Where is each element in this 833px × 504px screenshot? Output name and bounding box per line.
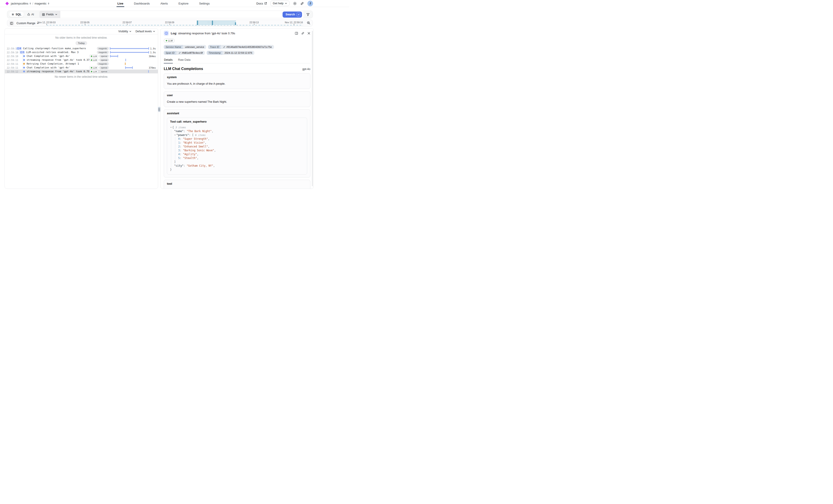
- nav-item-dashboards[interactable]: Dashboards: [134, 0, 150, 7]
- log-list-header: Visibility Default levels: [5, 28, 158, 34]
- filter-button[interactable]: [303, 11, 313, 18]
- no-newer-notice: No newer items in the selected time wind…: [5, 73, 158, 79]
- collapse-toggle[interactable]: 6: [17, 47, 22, 50]
- query-modes: SQL AI: [7, 11, 38, 18]
- fields-button[interactable]: Fields: [39, 11, 60, 18]
- theme-toggle-button[interactable]: [293, 2, 297, 5]
- collapse-caret-icon[interactable]: [170, 126, 172, 128]
- share-link-button[interactable]: [300, 2, 304, 5]
- row-message: streaming response from 'gpt-4o' took 0.…: [27, 58, 91, 62]
- timeline-tick-label: 22:59:13: [249, 21, 259, 24]
- timeline-tick-mark: [294, 24, 294, 25]
- span-diamond-icon: [23, 55, 25, 57]
- nav-item-alerts[interactable]: Alerts: [160, 0, 168, 7]
- log-row[interactable]: 22:59:11streaming response from 'gpt-4o'…: [5, 58, 158, 62]
- query-toolbar: SQL AI Fields Search: [7, 10, 313, 18]
- timeline: Custom Range Nov 12, 22:59:0322:59:0522:…: [7, 20, 313, 26]
- log-row[interactable]: 22:59:10Chat Completion with 'gpt-4o'LLM…: [5, 54, 158, 58]
- message-card-tool: tool1 validation error for Superhero nam…: [164, 180, 310, 189]
- levels-dropdown[interactable]: Default levels: [136, 30, 155, 33]
- chevron-down-icon: [153, 30, 155, 32]
- tag-badge: magentic: [97, 51, 109, 54]
- json-line: "city": "Gotham City, NY",: [174, 164, 304, 168]
- json-line: ]: [174, 160, 304, 164]
- llm-status-dot: [91, 55, 92, 57]
- timeline-histogram-bar: [212, 21, 213, 25]
- tab-raw-data[interactable]: Raw Data: [178, 58, 191, 63]
- section-title: LLM Chat Completions: [164, 67, 203, 71]
- timeline-track[interactable]: Nov 12, 22:59:0322:59:0522:59:0722:59:09…: [7, 20, 313, 26]
- collapse-caret-icon[interactable]: [174, 134, 176, 136]
- log-row[interactable]: 22:59:105LLM-assisted retries enabled. M…: [5, 50, 158, 54]
- llm-tag-badge: LLM: [164, 39, 174, 43]
- tag-badge: openai: [99, 58, 109, 62]
- user-avatar[interactable]: J: [307, 1, 313, 6]
- row-message: Calling chatprompt-function make_superhe…: [23, 47, 86, 50]
- tool-call-card: Tool call: return_superhero{ 3 items"nam…: [167, 118, 307, 174]
- span-instant-tick: [125, 63, 125, 65]
- tag-badge: openai: [99, 55, 109, 57]
- visibility-dropdown[interactable]: Visibility: [118, 30, 132, 33]
- collapse-toggle[interactable]: 5: [20, 51, 25, 54]
- row-timestamp: 22:59:12: [5, 70, 16, 73]
- nav-item-settings[interactable]: Settings: [199, 0, 210, 7]
- query-input[interactable]: [63, 13, 283, 16]
- tab-details[interactable]: Details: [164, 58, 173, 63]
- row-timestamp: 22:59:11: [5, 59, 16, 62]
- llm-status-dot: [91, 67, 92, 68]
- project-selector[interactable]: magentic: [34, 2, 49, 5]
- robot-icon: [27, 13, 30, 16]
- timeline-tick-label: Nov 12, 22:59:03: [38, 21, 55, 24]
- span-diamond-icon: [23, 59, 25, 61]
- table-grid-icon: [42, 13, 45, 16]
- funnel-icon: [306, 13, 310, 16]
- tag-badge: magentic: [97, 62, 109, 65]
- row-message: streaming response from 'gpt-4o' took 0.…: [27, 70, 91, 73]
- log-row[interactable]: 22:59:11Retrying Chat Completion. Attemp…: [5, 62, 158, 66]
- sql-mode-button[interactable]: SQL: [9, 12, 24, 17]
- search-button[interactable]: Search: [283, 11, 302, 18]
- detail-tabs: Details Raw Data: [164, 58, 310, 64]
- meta-span-id: Span ID#fd81e8f78c4ecc9f: [164, 51, 205, 55]
- log-row[interactable]: 22:59:11Chat Completion with 'gpt-4o'LLM…: [5, 66, 158, 70]
- row-message: Retrying Chat Completion. Attempt 1: [27, 62, 79, 65]
- main-content: Visibility Default levels No older items…: [4, 28, 314, 189]
- message-role: system: [167, 76, 307, 79]
- span-duration-bar: [125, 67, 133, 68]
- org-selector[interactable]: jackmpcollins: [11, 2, 31, 5]
- message-role: user: [167, 94, 307, 97]
- meta-timestamp: Timestamp2024-11-12 22:59:12.876: [207, 51, 254, 55]
- span-instant-tick: [125, 59, 126, 61]
- row-timestamp: 22:59:11: [5, 63, 16, 65]
- get-help-button[interactable]: Get help: [270, 1, 290, 6]
- tag-badge: magentic: [97, 47, 109, 50]
- row-message: LLM-assisted retries enabled. Max 3: [26, 51, 79, 54]
- json-line: "powers": [ 6 items: [174, 133, 304, 137]
- link-icon: [223, 46, 225, 48]
- message-card-system: systemYou are professor A, in charge of …: [164, 73, 310, 89]
- log-row[interactable]: 22:59:106Calling chatprompt-function mak…: [5, 47, 158, 50]
- ai-mode-button[interactable]: AI: [26, 12, 35, 17]
- info-icon: [164, 31, 169, 36]
- meta-value[interactable]: #fd81e8f78c4ecc9f: [176, 51, 205, 55]
- timeline-selection-brush[interactable]: [197, 21, 236, 25]
- zoom-in-button[interactable]: [307, 21, 311, 25]
- header-actions: Docs Get help J: [256, 1, 349, 6]
- open-in-view-button[interactable]: [295, 32, 298, 35]
- json-children: "name": "The Bark Night","powers": [ 6 i…: [171, 129, 304, 168]
- detail-panel: Log:streaming response from 'gpt-4o' too…: [160, 28, 314, 189]
- log-row[interactable]: 22:59:12streaming response from 'gpt-4o'…: [5, 70, 158, 73]
- llm-status-dot: [166, 40, 167, 41]
- nav-item-live[interactable]: Live: [117, 0, 123, 7]
- scrollbar[interactable]: [312, 31, 313, 186]
- nav-item-explore[interactable]: Explore: [178, 0, 188, 7]
- docs-link[interactable]: Docs: [256, 2, 267, 5]
- copy-link-button[interactable]: [301, 32, 305, 35]
- row-duration: 1.9s: [150, 47, 156, 50]
- close-icon[interactable]: [307, 32, 310, 35]
- docs-label: Docs: [256, 2, 263, 5]
- meta-value[interactable]: #9146a6974e4e6140538043607a71c75e: [221, 45, 274, 49]
- row-timestamp: 22:59:10: [5, 55, 16, 57]
- message-card-user: userCreate a new superhero named The Bar…: [164, 91, 310, 107]
- meta-service-name: Service Nameunknown_service: [164, 45, 206, 49]
